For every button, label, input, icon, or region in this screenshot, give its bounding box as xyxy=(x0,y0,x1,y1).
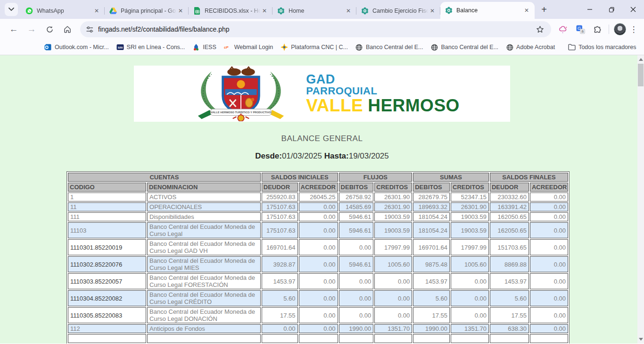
all-bookmarks-button[interactable]: Todos los marcadores xyxy=(564,42,640,53)
bookmark-5[interactable]: Banco Central del E... xyxy=(352,42,427,53)
column-header: DEBITOS xyxy=(413,183,450,192)
logo-valle: VALLE xyxy=(306,96,363,115)
sheets-favicon-icon xyxy=(193,7,201,15)
tab-4[interactable]: Cambio Ejercicio Fisc✕ xyxy=(356,3,440,19)
table-row[interactable]: 1110304.85220082Banco Central del Ecuado… xyxy=(68,290,568,306)
translate-button[interactable]: Ga xyxy=(574,23,587,36)
translate-icon: Ga xyxy=(576,25,585,34)
date-range: Desde:01/03/2025 Hasta:19/03/2025 xyxy=(0,151,644,161)
cell-value: 189693.32 xyxy=(413,202,450,211)
table-row[interactable]: 1ACTIVOS255920.8326045.2526758.9226301.9… xyxy=(68,193,568,201)
tab-5[interactable]: Balance✕ xyxy=(440,2,535,19)
tab-close-icon[interactable]: ✕ xyxy=(176,7,185,15)
tab-search-button[interactable] xyxy=(5,3,18,16)
cell-codigo: 11103 xyxy=(68,222,146,238)
scroll-down-button[interactable] xyxy=(637,336,644,343)
cell-value: 1453.97 xyxy=(413,273,450,289)
column-header: CODIGO xyxy=(68,183,146,192)
tab-0[interactable]: WhatsApp✕ xyxy=(21,3,105,19)
restore-icon xyxy=(609,7,615,13)
tab-close-icon[interactable]: ✕ xyxy=(92,7,101,15)
back-button[interactable]: ← xyxy=(6,22,21,37)
cell-value: 0.00 xyxy=(530,222,568,238)
table-row[interactable]: 112Anticipos de Fondos0.000.001990.00135… xyxy=(68,324,568,333)
tab-close-icon[interactable]: ✕ xyxy=(260,7,269,15)
table-row[interactable]: 1110303.85220057Banco Central del Ecuado… xyxy=(68,273,568,289)
sri-icon: SRI xyxy=(116,43,124,51)
cell-value: 0.00 xyxy=(299,212,338,221)
labs-button[interactable] xyxy=(557,23,570,36)
cell-codigo: 1110303.85220057 xyxy=(68,273,146,289)
date-to-value: 19/03/2025 xyxy=(349,151,389,160)
page-scrollbar[interactable] xyxy=(637,55,644,344)
cell-value: 0.00 xyxy=(530,307,568,323)
pinned-app-1[interactable] xyxy=(22,42,33,52)
cell-value: 1990.00 xyxy=(339,324,374,333)
cpanel-icon: cP xyxy=(224,43,231,51)
table-row[interactable]: 11103Banco Central del Ecuador Moneda de… xyxy=(68,222,568,238)
tab-close-icon[interactable]: ✕ xyxy=(344,7,353,15)
cell-value: 5.60 xyxy=(413,290,450,306)
bookmark-1[interactable]: SRISRI en Línea - Cons... xyxy=(113,42,189,53)
extensions-button[interactable] xyxy=(591,23,604,36)
gad-logo-text: GAD PARROQUIAL VALLEHERMOSO xyxy=(306,73,460,115)
cell-value: 0.00 xyxy=(299,290,338,306)
bookmark-4[interactable]: Plataforma CNC | C... xyxy=(277,42,352,53)
cell-codigo: 1110302.85220076 xyxy=(68,256,146,272)
browser-menu-button[interactable]: ⋮ xyxy=(628,25,639,34)
new-tab-button[interactable]: + xyxy=(537,3,551,16)
cell-codigo: 1110301.85220019 xyxy=(68,239,146,255)
table-row[interactable]: 1110302.85220076Banco Central del Ecuado… xyxy=(68,256,568,272)
cell-value: 162050.65 xyxy=(490,222,529,238)
table-row[interactable]: 1110301.85220019Banco Central del Ecuado… xyxy=(68,239,568,255)
minimize-button[interactable] xyxy=(579,0,601,19)
table-row[interactable]: 111Disponibilidades175107.630.005946.611… xyxy=(68,212,568,221)
tab-2[interactable]: RECIBIDOS.xlsx - Hoja✕ xyxy=(189,3,272,19)
column-header: DEUDOR xyxy=(490,183,529,192)
bookmark-label: Plataforma CNC | C... xyxy=(291,44,348,50)
scrollbar-thumb[interactable] xyxy=(638,64,644,86)
bookmark-7[interactable]: Adobe Acrobat xyxy=(502,42,559,53)
tab-1[interactable]: Página principal - Go✕ xyxy=(105,3,189,19)
gad-coat-of-arms: VALLE HERMOSO TURÍSTICO Y PRODUCTIVO xyxy=(184,66,297,121)
tab-3[interactable]: Home✕ xyxy=(272,3,356,19)
profile-avatar[interactable] xyxy=(614,23,626,35)
table-row[interactable]: 11OPERACIONALES175107.630.0014585.692630… xyxy=(68,202,568,211)
tab-close-icon[interactable]: ✕ xyxy=(522,6,531,15)
close-window-button[interactable] xyxy=(622,0,644,19)
bookmark-3[interactable]: cPWebmail Login xyxy=(220,42,277,53)
cell-value: 0.00 xyxy=(530,256,568,272)
toolbar-divider xyxy=(609,25,609,34)
balance-table-wrap: CUENTASSALDOS INICIALESFLUJOSSUMASSALDOS… xyxy=(66,171,644,344)
logo-banner-text: VALLE HERMOSO TURÍSTICO Y PRODUCTIVO xyxy=(211,110,271,114)
cell-denominacion: Banco Central del Ecuador Moneda de Curs… xyxy=(147,222,261,238)
cell-value: 163391.42 xyxy=(490,202,529,211)
cell-value: 17.55 xyxy=(490,307,529,323)
url-text[interactable]: fingads.net/sf2/contabilidad/files/balan… xyxy=(98,25,531,33)
bookmark-2[interactable]: IESS xyxy=(189,42,220,53)
site-info-icon[interactable] xyxy=(86,26,94,33)
forward-button[interactable]: → xyxy=(24,22,39,37)
pinned-app-0[interactable] xyxy=(7,42,17,52)
reload-button[interactable] xyxy=(42,22,57,37)
cell-codigo: 11 xyxy=(68,202,146,211)
fingads-favicon-icon xyxy=(361,7,369,15)
cell-value: 0.00 xyxy=(530,290,568,306)
home-button[interactable] xyxy=(60,22,75,37)
address-bar[interactable]: fingads.net/sf2/contabilidad/files/balan… xyxy=(80,21,551,37)
table-row[interactable]: 1110305.85220083Banco Central del Ecuado… xyxy=(68,307,568,323)
cell-value: 5.60 xyxy=(490,290,529,306)
cell-value: 282679.75 xyxy=(413,193,450,201)
column-header: CREDITOS xyxy=(451,183,489,192)
cell-codigo: 111 xyxy=(68,212,146,221)
cell-denominacion: Banco Central del Ecuador Moneda de Curs… xyxy=(147,273,261,289)
table-row-partial xyxy=(68,334,568,343)
scroll-up-button[interactable] xyxy=(637,56,644,63)
logo-gad: GAD xyxy=(306,73,460,86)
bookmark-6[interactable]: Banco Central del E... xyxy=(427,42,503,53)
maximize-button[interactable] xyxy=(601,0,622,19)
tab-close-icon[interactable]: ✕ xyxy=(428,7,437,15)
bookmark-0[interactable]: Outlook.com - Micr... xyxy=(41,42,113,53)
cell-value: 26758.92 xyxy=(339,193,374,201)
bookmark-star-button[interactable] xyxy=(533,23,546,36)
